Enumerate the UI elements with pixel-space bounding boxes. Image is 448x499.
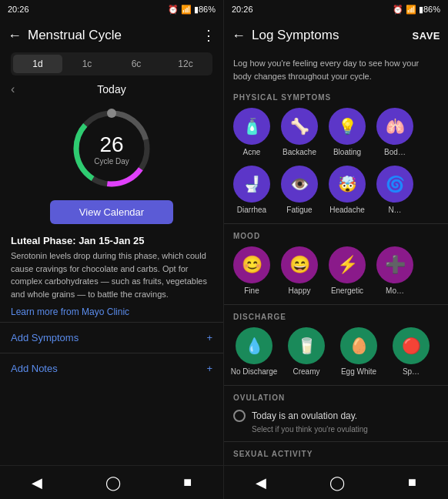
divider-discharge-ovulation [224, 385, 448, 386]
egg-white-icon: 🥚 [340, 327, 377, 364]
back-nav-icon[interactable]: ◀ [32, 474, 42, 491]
header-right: ← Log Symptoms SAVE [224, 18, 448, 52]
divider-physical-mood [224, 223, 448, 224]
mood-more[interactable]: ➕ Mo… [373, 246, 416, 295]
discharge-spotting[interactable]: 🔴 Sp… [387, 327, 435, 376]
no-discharge-icon: 💧 [236, 327, 272, 364]
page-title-left: Menstrual Cycle [28, 28, 202, 43]
cycle-day-label: Cycle Day [94, 157, 129, 166]
cycle-circle: 26 Cycle Day [69, 106, 154, 191]
phase-description: Serotonin levels drop during this phase,… [11, 250, 212, 300]
cycle-container: 26 Cycle Day [0, 99, 223, 196]
alarm-icon-right: ⏰ [393, 5, 403, 15]
energetic-icon: ⚡ [329, 246, 366, 283]
spotting-icon: 🔴 [393, 327, 430, 364]
mayo-clinic-link[interactable]: Learn more from Mayo Clinic [11, 306, 212, 317]
tab-1c[interactable]: 1c [62, 55, 112, 73]
backache-label: Backache [283, 148, 316, 156]
creamy-icon: 🥛 [288, 327, 325, 364]
no-discharge-label: No Discharge [231, 367, 278, 376]
fatigue-label: Fatigue [286, 206, 312, 214]
time-right: 20:26 [232, 5, 253, 14]
back-button-left[interactable]: ← [8, 28, 22, 44]
battery-icon: ▮86% [194, 5, 216, 15]
back-nav-icon-right[interactable]: ◀ [256, 474, 266, 491]
back-button-right[interactable]: ← [232, 28, 246, 44]
add-notes-row[interactable]: Add Notes + [0, 353, 223, 383]
svg-point-4 [107, 109, 116, 118]
add-symptoms-icon: + [206, 332, 212, 343]
tab-1d[interactable]: 1d [13, 55, 62, 73]
ovulation-radio[interactable] [233, 410, 246, 422]
acne-icon: 🧴 [233, 108, 270, 145]
mood-label: MOOD [224, 227, 448, 243]
ovulation-section: Today is an ovulation day. Select if you… [224, 405, 448, 438]
more-mood-label: Mo… [386, 286, 404, 295]
left-panel: 20:26 ⏰ 📶 ▮86% ← Menstrual Cycle ⋮ 1d 1c… [0, 0, 224, 499]
discharge-creamy[interactable]: 🥛 Creamy [283, 327, 330, 376]
symptom-fatigue[interactable]: 👁️ Fatigue [278, 166, 321, 214]
nausea-label: N… [388, 206, 401, 214]
save-button[interactable]: SAVE [413, 30, 440, 42]
diarrhea-label: Diarrhea [237, 206, 266, 214]
calendar-nav: ‹ Today [0, 80, 223, 99]
home-nav-icon-right[interactable]: ◯ [329, 474, 345, 491]
symptom-headache[interactable]: 🤯 Headache [326, 166, 369, 214]
alarm-icon: ⏰ [168, 5, 179, 15]
creamy-label: Creamy [293, 367, 319, 376]
physical-symptoms-grid-row2: 🚽 Diarrhea 👁️ Fatigue 🤯 Headache 🌀 N… [224, 162, 448, 220]
more-menu-icon[interactable]: ⋮ [202, 27, 216, 44]
mood-happy[interactable]: 😄 Happy [278, 246, 321, 295]
phase-title: Luteal Phase: Jan 15-Jan 25 [11, 235, 212, 246]
cycle-day-info: 26 Cycle Day [94, 132, 129, 166]
home-nav-icon[interactable]: ◯ [105, 474, 121, 491]
mood-energetic[interactable]: ⚡ Energetic [326, 246, 369, 295]
backache-icon: 🦴 [281, 108, 318, 145]
acne-label: Acne [243, 148, 261, 156]
recents-nav-icon-right[interactable]: ■ [408, 474, 416, 491]
prev-arrow-icon[interactable]: ‹ [11, 82, 15, 96]
tab-6c[interactable]: 6c [112, 55, 161, 73]
divider-ovulation-sexual [224, 441, 448, 442]
symptom-diarrhea[interactable]: 🚽 Diarrhea [230, 166, 273, 214]
fine-icon: 😊 [233, 246, 270, 283]
status-icons-left: ⏰ 📶 ▮86% [168, 5, 216, 15]
energetic-label: Energetic [331, 286, 363, 295]
discharge-grid: 💧 No Discharge 🥛 Creamy 🥚 Egg White 🔴 Sp… [224, 324, 448, 382]
fine-label: Fine [244, 286, 259, 295]
recents-nav-icon[interactable]: ■ [183, 474, 192, 491]
symptom-body[interactable]: 🫁 Bod… [373, 108, 416, 156]
physical-symptoms-label: PHYSICAL SYMPTOMS [224, 89, 448, 105]
tab-12c[interactable]: 12c [161, 55, 210, 73]
headache-label: Headache [329, 206, 365, 214]
mood-fine[interactable]: 😊 Fine [230, 246, 273, 295]
discharge-egg-white[interactable]: 🥚 Egg White [335, 327, 383, 376]
ovulation-row[interactable]: Today is an ovulation day. [233, 410, 439, 422]
ovulation-section-label: OVULATION [224, 389, 448, 405]
right-panel: 20:26 ⏰ 📶 ▮86% ← Log Symptoms SAVE Log h… [224, 0, 448, 499]
divider-mood-discharge [224, 304, 448, 305]
more-mood-icon: ➕ [376, 246, 413, 283]
egg-white-label: Egg White [341, 367, 376, 376]
symptom-backache[interactable]: 🦴 Backache [278, 108, 321, 156]
discharge-label: DISCHARGE [224, 308, 448, 324]
happy-icon: 😄 [281, 246, 318, 283]
ovulation-subtext: Select if you think you're ovulating [233, 425, 439, 434]
body-icon: 🫁 [376, 108, 413, 145]
mood-grid: 😊 Fine 😄 Happy ⚡ Energetic ➕ Mo… [224, 243, 448, 301]
time-left: 20:26 [8, 5, 29, 14]
diarrhea-icon: 🚽 [233, 166, 270, 203]
status-bar-right: 20:26 ⏰ 📶 ▮86% [224, 0, 448, 18]
symptom-bloating[interactable]: 💡 Bloating [326, 108, 369, 156]
discharge-none[interactable]: 💧 No Discharge [230, 327, 278, 376]
symptom-nausea[interactable]: 🌀 N… [373, 166, 416, 214]
bloating-icon: 💡 [329, 108, 366, 145]
sexual-activity-label: SEXUAL ACTIVITY [224, 445, 448, 461]
spotting-label: Sp… [403, 367, 420, 376]
add-symptoms-row[interactable]: Add Symptoms + [0, 322, 223, 353]
symptom-acne[interactable]: 🧴 Acne [230, 108, 273, 156]
view-calendar-button[interactable]: View Calendar [50, 200, 173, 224]
header-left: ← Menstrual Cycle ⋮ [0, 18, 223, 52]
period-tabs: 1d 1c 6c 12c [11, 52, 212, 75]
bottom-nav-left: ◀ ◯ ■ [0, 465, 223, 499]
